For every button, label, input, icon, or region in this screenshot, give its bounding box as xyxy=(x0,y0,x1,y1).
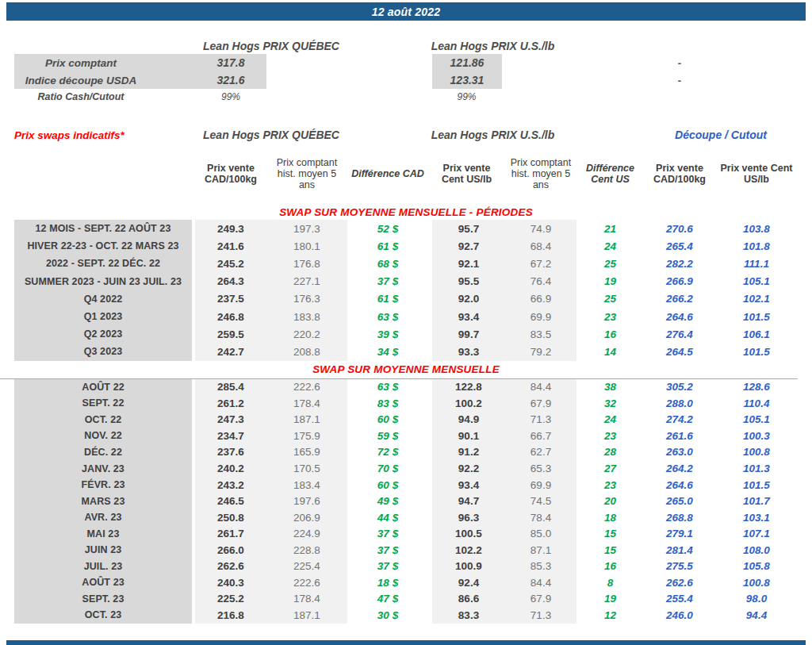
prix-vente-cad-value: 240.3 xyxy=(195,574,266,591)
hist-us-value: 68.4 xyxy=(505,237,576,255)
summary-quebec-header: Lean Hogs PRIX QUÉBEC xyxy=(195,38,347,54)
prix-vente-us-value: 122.8 xyxy=(428,379,505,396)
row-label: MARS 23 xyxy=(14,493,195,509)
row-label: JUIL. 23 xyxy=(14,559,195,575)
hist-us-value: 62.7 xyxy=(505,444,576,461)
summary-row-ratio: Ratio Cash/Cutout 99% 99% xyxy=(0,89,812,105)
difference-us-value: 27 xyxy=(576,460,644,477)
ratio-us-value: 99% xyxy=(428,89,505,105)
row-label: Q4 2022 xyxy=(14,290,195,308)
hist-cad-value: 228.8 xyxy=(266,542,347,559)
difference-cad-value: 60 $ xyxy=(347,412,428,428)
hist-us-value: 71.3 xyxy=(505,607,576,624)
hist-cad-value: 197.6 xyxy=(266,493,347,509)
row-label: OCT. 22 xyxy=(14,412,195,428)
row-label: JANV. 23 xyxy=(14,460,195,477)
difference-cad-value: 52 $ xyxy=(347,220,428,237)
hist-us-value: 83.5 xyxy=(505,325,576,343)
col-header-difference-us: Différence Cent US xyxy=(576,149,644,198)
hist-cad-value: 178.4 xyxy=(266,591,347,608)
row-label: Q1 2023 xyxy=(14,308,195,325)
cutout-cad-value: 266.9 xyxy=(644,273,715,290)
hist-us-value: 67.9 xyxy=(505,395,576,412)
cutout-us-value: 111.1 xyxy=(715,255,798,272)
col-header-prix-vente-cad: Prix vente CAD/100kg xyxy=(195,149,266,198)
hist-cad-value: 222.6 xyxy=(266,379,347,396)
summary-row-prix-comptant: Prix comptant 317.8 121.86 - xyxy=(0,54,812,71)
row-label: NOV. 22 xyxy=(14,428,195,444)
cutout-us-value: 100.8 xyxy=(715,574,798,591)
hist-cad-value: 225.4 xyxy=(266,559,347,575)
hist-us-value: 85.0 xyxy=(505,525,576,542)
cutout-us-value: 103.1 xyxy=(715,509,798,526)
difference-us-value: 15 xyxy=(576,525,644,542)
cutout-cad-value: 265.4 xyxy=(644,237,715,255)
difference-cad-value: 37 $ xyxy=(347,559,428,575)
column-header-row: Prix vente CAD/100kg Prix comptant hist.… xyxy=(0,149,812,198)
cutout-us-value: 101.7 xyxy=(715,493,798,509)
prix-vente-us-value: 99.7 xyxy=(428,325,505,343)
col-header-cutout-us: Prix vente Cent US/lb xyxy=(715,149,798,198)
swaps-group-header-row: Prix swaps indicatifs* Lean Hogs PRIX QU… xyxy=(0,127,812,143)
hist-cad-value: 183.8 xyxy=(266,308,347,325)
prix-vente-cad-value: 242.7 xyxy=(195,343,266,360)
prix-vente-us-value: 93.3 xyxy=(428,343,505,360)
difference-cad-value: 34 $ xyxy=(347,343,428,360)
prix-vente-us-value: 94.7 xyxy=(428,493,505,509)
cutout-us-value: 101.5 xyxy=(715,308,798,325)
hist-cad-value: 220.2 xyxy=(266,325,347,343)
difference-us-value: 20 xyxy=(576,493,644,509)
prix-vente-us-value: 95.7 xyxy=(428,220,505,237)
prix-vente-us-value: 92.2 xyxy=(428,460,505,477)
prix-vente-us-value: 86.6 xyxy=(428,591,505,608)
hist-cad-value: 187.1 xyxy=(266,412,347,428)
hist-us-value: 74.5 xyxy=(505,493,576,509)
prix-vente-us-value: 95.5 xyxy=(428,273,505,290)
row-label: SUMMER 2023 - JUIN 23 JUIL. 23 xyxy=(14,273,195,290)
difference-us-value: 16 xyxy=(576,559,644,575)
cutout-us-value: 101.8 xyxy=(715,237,798,255)
date-banner-text: 12 août 2022 xyxy=(372,6,440,18)
difference-cad-value: 44 $ xyxy=(347,509,428,526)
difference-cad-value: 59 $ xyxy=(347,428,428,444)
row-label: AOÛT 22 xyxy=(14,379,195,396)
prix-vente-us-value: 102.2 xyxy=(428,542,505,559)
difference-us-value: 15 xyxy=(576,542,644,559)
prix-vente-us-value: 92.4 xyxy=(428,574,505,591)
cutout-cad-value: 279.1 xyxy=(644,525,715,542)
prix-vente-cad-value: 264.3 xyxy=(195,273,266,290)
hist-us-value: 85.3 xyxy=(505,559,576,575)
difference-cad-value: 37 $ xyxy=(347,273,428,290)
prix-vente-cad-value: 245.2 xyxy=(195,255,266,272)
difference-cad-value: 63 $ xyxy=(347,308,428,325)
difference-us-value: 24 xyxy=(576,237,644,255)
cutout-cad-value: 266.2 xyxy=(644,290,715,308)
summary-dash: - xyxy=(644,54,715,71)
cutout-us-value: 101.5 xyxy=(715,343,798,360)
hist-cad-value: 227.1 xyxy=(266,273,347,290)
cutout-us-value: 101.3 xyxy=(715,460,798,477)
prix-vente-cad-value: 243.2 xyxy=(195,477,266,493)
row-label: Q3 2023 xyxy=(14,343,195,360)
prix-vente-us-value: 90.1 xyxy=(428,428,505,444)
hist-cad-value: 222.6 xyxy=(266,574,347,591)
cutout-us-value: 103.8 xyxy=(715,220,798,237)
difference-cad-value: 63 $ xyxy=(347,379,428,396)
cutout-us-value: 106.1 xyxy=(715,325,798,343)
hist-us-value: 69.9 xyxy=(505,477,576,493)
difference-us-value: 25 xyxy=(576,255,644,272)
row-label: SEPT. 23 xyxy=(14,591,195,608)
cutout-cad-value: 246.0 xyxy=(644,607,715,624)
swaps-title: Prix swaps indicatifs* xyxy=(14,127,195,143)
row-label: MAI 23 xyxy=(14,525,195,542)
prix-vente-cad-value: 241.6 xyxy=(195,237,266,255)
prix-vente-us-value: 100.2 xyxy=(428,395,505,412)
difference-cad-value: 37 $ xyxy=(347,542,428,559)
swaps-quebec-header: Lean Hogs PRIX QUÉBEC xyxy=(195,127,347,143)
hist-us-value: 84.4 xyxy=(505,574,576,591)
prix-vente-cad-value: 266.0 xyxy=(195,542,266,559)
row-label: AOÛT 23 xyxy=(14,574,195,591)
cutout-cad-value: 264.2 xyxy=(644,460,715,477)
cutout-us-value: 107.1 xyxy=(715,525,798,542)
cutout-cad-value: 276.4 xyxy=(644,325,715,343)
